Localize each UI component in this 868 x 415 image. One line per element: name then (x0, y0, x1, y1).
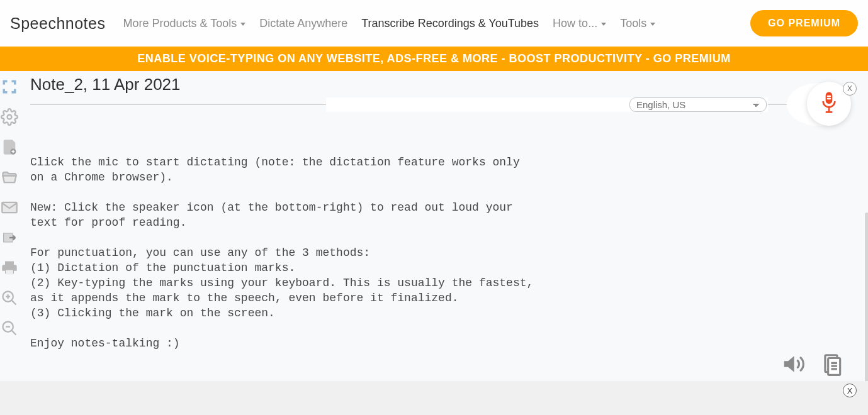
svg-rect-7 (827, 96, 831, 97)
nav-dictate-label: Dictate Anywhere (259, 17, 347, 30)
email-icon[interactable] (0, 198, 19, 217)
nav-howto-label: How to... (553, 17, 597, 30)
fullscreen-icon[interactable] (0, 77, 19, 96)
chevron-down-icon (601, 23, 606, 26)
mic-icon (818, 91, 840, 116)
editor-area: Note_2, 11 Apr 2021 English, US (19, 71, 868, 380)
nav-transcribe-label: Transcribe Recordings & YouTubes (361, 17, 539, 30)
chevron-down-icon (240, 23, 245, 26)
note-body[interactable]: Click the mic to start dictating (note: … (30, 155, 540, 351)
top-navbar: Speechnotes More Products & Tools Dictat… (0, 0, 868, 47)
close-ad-button[interactable]: X (843, 384, 857, 397)
chevron-down-icon (650, 23, 655, 26)
nav-more-products-label: More Products & Tools (123, 17, 237, 30)
svg-rect-6 (826, 92, 833, 104)
nav-transcribe[interactable]: Transcribe Recordings & YouTubes (361, 17, 539, 30)
print-icon[interactable] (0, 258, 19, 277)
gear-icon[interactable] (0, 108, 19, 126)
export-icon[interactable] (0, 228, 19, 247)
clipboard-icon[interactable] (820, 351, 845, 377)
left-toolbar (0, 71, 19, 380)
svg-rect-3 (6, 270, 13, 275)
svg-point-0 (8, 115, 12, 119)
close-sidebar-button[interactable]: X (843, 82, 857, 96)
premium-banner[interactable]: ENABLE VOICE-TYPING ON ANY WEBSITE, ADS-… (0, 47, 868, 71)
svg-rect-8 (827, 98, 831, 100)
main-area: Note_2, 11 Apr 2021 English, US (0, 71, 868, 380)
nav-more-products[interactable]: More Products & Tools (123, 17, 245, 30)
language-row: English, US (30, 92, 851, 117)
zoom-out-icon[interactable] (0, 319, 19, 338)
nav-tools-label: Tools (620, 17, 646, 30)
speaker-icon[interactable] (781, 351, 806, 377)
language-select[interactable]: English, US (629, 97, 767, 112)
nav-dictate[interactable]: Dictate Anywhere (259, 17, 347, 30)
zoom-in-icon[interactable] (0, 289, 19, 307)
bottom-icons (781, 351, 845, 377)
editor-scrollbar[interactable] (865, 213, 868, 401)
nav-tools[interactable]: Tools (620, 17, 655, 30)
nav-links: More Products & Tools Dictate Anywhere T… (123, 17, 750, 30)
open-folder-icon[interactable] (0, 168, 19, 187)
new-note-icon[interactable] (0, 138, 19, 157)
ad-bar (0, 381, 868, 415)
go-premium-button[interactable]: GO PREMIUM (750, 10, 858, 36)
nav-howto[interactable]: How to... (553, 17, 606, 30)
brand-logo[interactable]: Speechnotes (10, 14, 105, 33)
